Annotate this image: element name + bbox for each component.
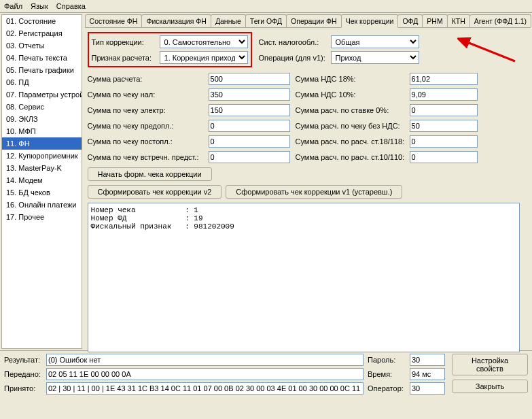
result-label: Результат: — [4, 356, 43, 364]
vat18-input[interactable] — [410, 73, 478, 85]
vat18-118-label: Сумма расч. по расч. ст.18/118: — [296, 137, 404, 146]
sum-cash-label: Сумма по чеку нал: — [88, 90, 203, 99]
content-panel: Состояние ФНФискализация ФНДанныеТеги ОФ… — [84, 13, 532, 350]
sum-cash-input[interactable] — [209, 88, 290, 101]
tab-0[interactable]: Состояние ФН — [85, 14, 143, 27]
tab-5[interactable]: Чек коррекции — [341, 14, 399, 28]
tab-6[interactable]: ОФД — [397, 14, 423, 27]
sum-electr-label: Сумма по чеку электр: — [88, 106, 203, 114]
form-v2-button[interactable]: Сформировать чек коррекции v2 — [88, 185, 222, 199]
calc-sign-select[interactable]: 1. Коррекция прихода — [160, 51, 248, 64]
sent-field[interactable] — [46, 368, 363, 380]
recv-label: Принято: — [4, 384, 43, 392]
sidebar-item-5[interactable]: 06. ПД — [2, 76, 82, 88]
sum-calc-label: Сумма расчета: — [88, 75, 203, 83]
sidebar-item-4[interactable]: 05. Печать графики — [2, 64, 82, 76]
sidebar-item-7[interactable]: 08. Сервис — [2, 101, 82, 113]
vat10-110-label: Сумма расч. по расч. ст.10/110: — [296, 153, 404, 161]
settings-button[interactable]: Настройка свойств — [452, 354, 528, 375]
amounts-grid: Сумма расчета: Сумма НДС 18%: Сумма по ч… — [88, 73, 528, 163]
sum-counter-label: Сумма по чеку встречн. предст.: — [88, 153, 203, 161]
sum-postpay-label: Сумма по чеку постопл.: — [88, 137, 203, 146]
highlighted-params: Тип коррекции: 0. Самостоятельно Признак… — [88, 32, 252, 67]
tab-7[interactable]: РНМ — [422, 14, 447, 27]
corr-type-select[interactable]: 0. Самостоятельно — [160, 35, 248, 48]
status-bar: Результат: Передано: Принято: Пароль: Вр… — [0, 350, 532, 397]
sum-postpay-input[interactable] — [209, 135, 290, 148]
operator-field[interactable] — [410, 382, 445, 395]
tab-9[interactable]: Агент (ФФД 1.1) — [469, 14, 531, 27]
menu-lang[interactable]: Язык — [31, 2, 48, 10]
sum-prepay-input[interactable] — [209, 120, 290, 132]
time-field[interactable] — [410, 368, 445, 380]
vat18-label: Сумма НДС 18%: — [296, 75, 404, 83]
tax-system-select[interactable]: Общая — [331, 35, 419, 48]
no-vat-input[interactable] — [410, 120, 478, 132]
password-label: Пароль: — [368, 356, 407, 364]
no-vat-label: Сумма расч. по чеку без НДС: — [296, 122, 404, 130]
sidebar-item-2[interactable]: 03. Отчеты — [2, 39, 82, 52]
form-v1-button[interactable]: Сформировать чек коррекции v1 (устаревш.… — [226, 185, 402, 199]
sidebar-item-12[interactable]: 13. MasterPay-K — [2, 162, 82, 174]
sum-calc-input[interactable] — [209, 73, 290, 85]
vat0-label: Сумма расч. по ставке 0%: — [296, 106, 404, 114]
menubar: Файл Язык Справка — [0, 0, 532, 13]
tab-4[interactable]: Операции ФН — [286, 14, 342, 27]
sidebar-item-13[interactable]: 14. Модем — [2, 174, 82, 186]
operator-label: Оператор: — [368, 384, 407, 392]
sidebar-item-11[interactable]: 12. Купюроприемник — [2, 150, 82, 162]
sidebar-item-3[interactable]: 04. Печать текста — [2, 52, 82, 64]
sidebar-item-6[interactable]: 07. Параметры устройств — [2, 88, 82, 101]
sidebar-item-9[interactable]: 10. МФП — [2, 125, 82, 137]
sidebar: 01. Состояние02. Регистрация03. Отчеты04… — [1, 14, 82, 349]
tax-system-label: Сист. налогообл.: — [259, 38, 328, 46]
sum-electr-input[interactable] — [209, 104, 290, 116]
vat10-label: Сумма НДС 10%: — [296, 90, 404, 99]
operation-select[interactable]: Приход — [331, 51, 419, 64]
sidebar-item-14[interactable]: 15. БД чеков — [2, 186, 82, 199]
tab-2[interactable]: Данные — [211, 14, 246, 27]
time-label: Время: — [368, 370, 407, 378]
tab-strip: Состояние ФНФискализация ФНДанныеТеги ОФ… — [85, 14, 531, 28]
sidebar-item-8[interactable]: 09. ЭКЛЗ — [2, 113, 82, 125]
vat10-input[interactable] — [410, 88, 478, 101]
sent-label: Передано: — [4, 370, 43, 378]
vat0-input[interactable] — [410, 104, 478, 116]
vat18-118-input[interactable] — [410, 135, 478, 148]
sidebar-item-10[interactable]: 11. ФН — [2, 137, 82, 150]
tab-1[interactable]: Фискализация ФН — [141, 14, 211, 27]
sum-prepay-label: Сумма по чеку предопл.: — [88, 122, 203, 130]
sidebar-item-1[interactable]: 02. Регистрация — [2, 27, 82, 39]
calc-sign-label: Признак расчета: — [92, 54, 157, 62]
menu-help[interactable]: Справка — [56, 2, 86, 10]
close-button[interactable]: Закрыть — [452, 380, 528, 393]
tab-3[interactable]: Теги ОФД — [245, 14, 287, 27]
vat10-110-input[interactable] — [410, 151, 478, 163]
sidebar-item-15[interactable]: 16. Онлайн платежи — [2, 199, 82, 211]
sum-counter-input[interactable] — [209, 151, 290, 163]
recv-field[interactable] — [46, 382, 363, 395]
corr-type-label: Тип коррекции: — [92, 38, 157, 46]
sidebar-item-16[interactable]: 17. Прочее — [2, 211, 82, 223]
output-log[interactable]: Номер чека : 1 Номер ФД : 19 Фискальный … — [88, 203, 520, 352]
tab-8[interactable]: КТН — [447, 14, 470, 27]
operation-label: Операция (для v1): — [259, 54, 328, 62]
start-correction-button[interactable]: Начать форм. чека коррекции — [88, 167, 212, 181]
menu-file[interactable]: Файл — [4, 2, 22, 10]
sidebar-item-0[interactable]: 01. Состояние — [2, 15, 82, 27]
